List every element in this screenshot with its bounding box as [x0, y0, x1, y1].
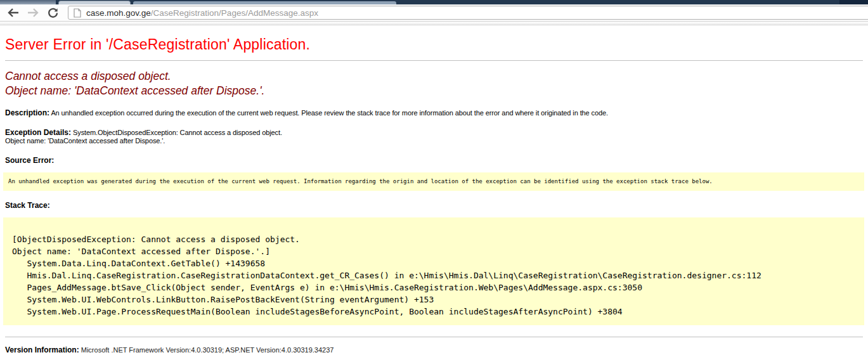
version-info-label: Version Information: — [5, 345, 79, 354]
url-path: /CaseRegistration/Pages/AddMessage.aspx — [151, 8, 318, 18]
toolbar-bottom-band — [0, 22, 868, 25]
divider-top — [5, 60, 863, 61]
back-button[interactable] — [6, 6, 20, 20]
browser-tab-strip — [0, 0, 868, 4]
exception-details-label: Exception Details: — [5, 128, 71, 137]
source-error-text: An unhandled exception was generated dur… — [8, 178, 713, 184]
url-host: case.moh.gov.ge — [86, 8, 151, 18]
stack-trace-text: [ObjectDisposedException: Cannot access … — [3, 217, 864, 325]
source-error-box: An unhandled exception was generated dur… — [3, 172, 864, 191]
error-page-content: Server Error in '/CaseRegistration' Appl… — [0, 36, 868, 354]
page-title: Server Error in '/CaseRegistration' Appl… — [5, 36, 863, 53]
description-label: Description: — [5, 108, 49, 117]
page-document-icon[interactable] — [74, 8, 81, 18]
tab-strip-segment — [0, 0, 56, 4]
forward-button[interactable] — [26, 6, 40, 20]
description-line: Description: An unhandled exception occu… — [5, 109, 863, 118]
tab-strip-segment — [839, 0, 868, 4]
reload-button[interactable] — [46, 6, 60, 20]
reload-icon — [48, 8, 58, 18]
version-info-text: Microsoft .NET Framework Version:4.0.303… — [81, 346, 334, 354]
error-subtitle: Cannot access a disposed object. Object … — [5, 69, 863, 98]
stack-trace-box: [ObjectDisposedException: Cannot access … — [3, 217, 864, 325]
browser-tab[interactable] — [58, 1, 131, 4]
back-arrow-icon — [8, 8, 19, 17]
exception-details-line: Exception Details: System.ObjectDisposed… — [5, 129, 863, 146]
tab-strip-segment — [133, 1, 396, 4]
source-error-label: Source Error: — [5, 156, 863, 165]
forward-arrow-icon — [27, 8, 39, 17]
browser-toolbar: case.moh.gov.ge/CaseRegistration/Pages/A… — [0, 4, 868, 22]
version-info-line: Version Information: Microsoft .NET Fram… — [5, 345, 863, 354]
description-text: An unhandled exception occurred during t… — [51, 109, 608, 117]
stack-trace-label: Stack Trace: — [5, 201, 863, 210]
divider-bottom — [5, 337, 863, 337]
address-bar[interactable]: case.moh.gov.ge/CaseRegistration/Pages/A… — [68, 6, 868, 20]
